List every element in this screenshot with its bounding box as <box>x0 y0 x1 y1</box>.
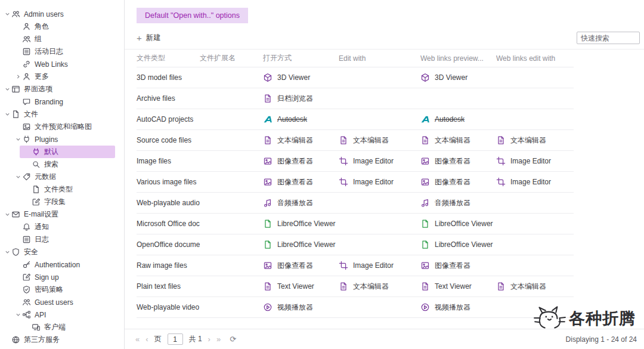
sidebar-item[interactable]: 组 <box>0 33 124 45</box>
sidebar-item[interactable]: 搜索 <box>0 158 124 171</box>
next-page-button[interactable]: › <box>208 335 210 344</box>
web-links-preview-cell[interactable]: 图像查看器 <box>420 261 496 271</box>
sidebar-item[interactable]: 界面选项 <box>0 83 124 95</box>
new-button[interactable]: + 新建 <box>137 33 161 43</box>
open-with-cell[interactable]: Text Viewer <box>263 282 339 291</box>
open-with-cell[interactable]: LibreOffice Viewer <box>263 240 339 249</box>
column-header[interactable]: Edit with <box>339 54 420 63</box>
sidebar-item[interactable]: 文件类型 <box>0 183 124 196</box>
sidebar-item[interactable]: Sign up <box>0 271 124 283</box>
sidebar-item[interactable]: 通知 <box>0 221 124 233</box>
sidebar-item[interactable]: Branding <box>0 95 124 108</box>
sidebar-item[interactable]: Guest users <box>0 296 124 308</box>
web-links-preview-cell[interactable]: 文本编辑器 <box>420 135 496 146</box>
web-links-preview-cell[interactable]: Autodesk <box>420 115 496 124</box>
open-with-cell[interactable]: 归档浏览器 <box>263 94 339 104</box>
sidebar-item[interactable]: 活动日志 <box>0 45 124 58</box>
sidebar-item[interactable]: Authentication <box>0 258 124 271</box>
caret-down-icon[interactable] <box>4 249 11 255</box>
sidebar-item[interactable]: 字段集 <box>0 196 124 208</box>
table-row[interactable]: Archive files归档浏览器 <box>137 88 574 109</box>
edit-with-cell[interactable]: 文本编辑器 <box>339 135 420 146</box>
caret-down-icon[interactable] <box>4 111 11 118</box>
sidebar-item[interactable]: 文件预览和缩略图 <box>0 121 124 133</box>
caret-down-icon[interactable] <box>14 174 22 180</box>
sidebar-item[interactable]: 客户端 <box>0 321 124 333</box>
web-links-preview-cell[interactable]: 3D Viewer <box>420 73 496 82</box>
web-links-preview-cell[interactable]: Text Viewer <box>420 282 496 291</box>
column-header[interactable]: 打开方式 <box>263 53 339 63</box>
web-links-edit-cell[interactable]: 文本编辑器 <box>496 135 574 146</box>
open-with-cell[interactable]: 图像查看器 <box>263 177 339 187</box>
quick-search-input[interactable] <box>577 32 640 44</box>
open-with-cell[interactable]: 文本编辑器 <box>263 135 339 146</box>
table-row[interactable]: Raw image files图像查看器Image Editor图像查看器 <box>137 255 574 276</box>
table-row[interactable]: Web-playable video fi...视频播放器视频播放器 <box>137 297 574 318</box>
open-with-cell[interactable]: 视频播放器 <box>263 302 339 313</box>
table-row[interactable]: 3D model files3D Viewer3D Viewer <box>137 67 574 88</box>
table-row[interactable]: Plain text filesText Viewer文本编辑器Text Vie… <box>137 276 574 297</box>
caret-down-icon[interactable] <box>14 136 22 143</box>
edit-with-cell[interactable]: Image Editor <box>339 177 420 187</box>
table-row[interactable]: Microsoft Office docu...LibreOffice View… <box>137 214 574 234</box>
sidebar-item[interactable]: 第三方服务 <box>0 333 124 346</box>
caret-right-icon[interactable] <box>14 73 22 80</box>
sidebar-item-label: 安全 <box>24 247 38 257</box>
sidebar-item[interactable]: 元数据 <box>0 171 124 183</box>
edit-with-cell[interactable]: Image Editor <box>339 261 420 270</box>
textdoc-icon <box>263 282 273 291</box>
refresh-button[interactable]: ⟳ <box>230 335 236 344</box>
column-header[interactable]: Web links preview... <box>420 54 496 63</box>
table-row[interactable]: Various image files图像查看器Image Editor图像查看… <box>137 172 574 193</box>
web-links-preview-cell[interactable]: 图像查看器 <box>420 156 496 166</box>
table-row[interactable]: OpenOffice documentsLibreOffice ViewerLi… <box>137 234 574 255</box>
open-with-cell[interactable]: LibreOffice Viewer <box>263 219 339 228</box>
sidebar-item[interactable]: 密码策略 <box>0 283 124 296</box>
table-row[interactable]: Image files图像查看器Image Editor图像查看器Image E… <box>137 151 574 172</box>
first-page-button[interactable]: « <box>135 335 140 344</box>
caret-down-icon[interactable] <box>4 211 11 218</box>
edit-with-cell[interactable]: 文本编辑器 <box>339 282 420 292</box>
column-header[interactable]: 文件类型 <box>137 53 200 63</box>
web-links-preview-cell-label: 图像查看器 <box>435 177 470 187</box>
open-with-cell[interactable]: 图像查看器 <box>263 156 339 166</box>
open-with-cell[interactable]: Autodesk <box>263 115 339 124</box>
web-links-preview-cell[interactable]: LibreOffice Viewer <box>420 240 496 249</box>
page-number-input[interactable] <box>168 333 183 345</box>
last-page-button[interactable]: » <box>216 335 221 344</box>
sidebar-item[interactable]: 更多 <box>0 70 124 83</box>
web-links-edit-cell[interactable]: Image Editor <box>496 177 574 187</box>
web-links-preview-cell[interactable]: 图像查看器 <box>420 177 496 187</box>
web-links-edit-cell[interactable]: 文本编辑器 <box>496 282 574 292</box>
sidebar-item[interactable]: 日志 <box>0 233 124 246</box>
sidebar-item[interactable]: Web Links <box>0 58 124 70</box>
page-tab[interactable]: Default "Open with.." options <box>137 8 248 23</box>
table-row[interactable]: Source code files文本编辑器文本编辑器文本编辑器文本编辑器 <box>137 130 574 151</box>
web-links-preview-cell[interactable]: LibreOffice Viewer <box>420 219 496 228</box>
sidebar-item[interactable]: 默认 <box>20 146 115 158</box>
web-links-preview-cell[interactable]: 音频播放器 <box>420 198 496 208</box>
column-header[interactable]: Web links edit with <box>496 54 574 63</box>
caret-down-icon[interactable] <box>4 11 11 17</box>
shield-check-icon <box>22 285 31 294</box>
web-links-preview-cell[interactable]: 视频播放器 <box>420 302 496 313</box>
sidebar-item[interactable]: 角色 <box>0 20 124 33</box>
table-row[interactable]: Web-playable audio fi...音频播放器音频播放器 <box>137 193 574 214</box>
sidebar-item[interactable]: E-mail设置 <box>0 208 124 221</box>
sidebar-item[interactable]: 文件 <box>0 108 124 121</box>
caret-down-icon[interactable] <box>14 311 22 318</box>
sidebar-item[interactable]: 安全 <box>0 246 124 258</box>
edit-with-cell[interactable]: Image Editor <box>339 156 420 166</box>
column-header[interactable]: 文件扩展名 <box>200 53 263 63</box>
caret-down-icon[interactable] <box>4 86 11 92</box>
open-with-cell-label: 文本编辑器 <box>277 135 313 146</box>
sidebar-item[interactable]: Plugins <box>0 133 124 146</box>
prev-page-button[interactable]: ‹ <box>145 335 148 344</box>
web-links-edit-cell[interactable]: Image Editor <box>496 156 574 166</box>
open-with-cell[interactable]: 3D Viewer <box>263 73 339 82</box>
sidebar-item[interactable]: Admin users <box>0 8 124 20</box>
table-row[interactable]: AutoCAD projectsAutodeskAutodesk <box>137 109 574 130</box>
sidebar-item[interactable]: API <box>0 308 124 321</box>
open-with-cell[interactable]: 音频播放器 <box>263 198 339 208</box>
open-with-cell[interactable]: 图像查看器 <box>263 261 339 271</box>
